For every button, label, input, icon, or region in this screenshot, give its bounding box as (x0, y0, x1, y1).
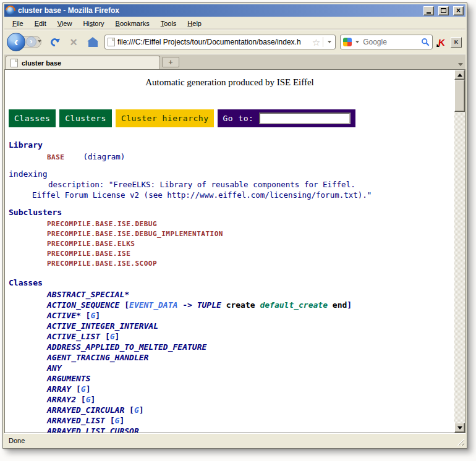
menu-item-text: V (57, 20, 62, 27)
class-link[interactable]: TUPLE (197, 300, 221, 310)
class-entry: ARGUMENTS (9, 373, 454, 384)
scroll-up-icon (457, 74, 462, 77)
menu-item-view[interactable]: View (52, 18, 78, 29)
punctuation: ] (119, 416, 124, 425)
scroll-down-button[interactable] (454, 423, 465, 433)
minimize-button[interactable] (423, 6, 434, 15)
menu-item-file[interactable]: File (7, 18, 29, 29)
vertical-scrollbar[interactable] (454, 70, 465, 433)
new-tab-button[interactable]: + (162, 57, 179, 67)
status-bar: Done (4, 433, 465, 447)
class-link[interactable]: ACTION_SEQUENCE (47, 300, 119, 310)
diagram-link[interactable]: (diagram) (83, 152, 125, 161)
class-link[interactable]: ABSTRACT_SPECIAL* (47, 290, 129, 299)
class-link[interactable]: ARRAYED_CIRCULAR (47, 405, 124, 415)
class-link[interactable]: ANY (47, 363, 61, 373)
tab-list-dropdown-icon[interactable] (458, 63, 463, 66)
class-entry: AGENT_TRACING_HANDLER (9, 352, 454, 363)
status-text: Done (9, 437, 25, 444)
menu-item-help[interactable]: Help (182, 18, 207, 29)
scrollbar-track[interactable] (454, 112, 465, 423)
class-entry: ACTIVE_INTEGER_INTERVAL (9, 321, 454, 331)
search-box[interactable] (340, 35, 433, 49)
tab-label: cluster base (22, 59, 61, 67)
classes-button[interactable]: Classes (9, 109, 56, 127)
menu-item-tools[interactable]: Tools (155, 18, 182, 29)
punctuation: ] (347, 300, 352, 310)
reload-icon (49, 36, 60, 48)
k-extension-button[interactable]: K (451, 37, 462, 48)
menu-item-edit[interactable]: Edit (29, 18, 52, 29)
resize-grip[interactable] (456, 438, 464, 446)
library-link[interactable]: BASE (47, 153, 65, 161)
class-link[interactable]: ARRAY (47, 384, 71, 394)
scroll-down-icon (457, 426, 462, 429)
search-magnifier-icon[interactable] (421, 38, 430, 46)
generic-param-link[interactable]: G (81, 384, 86, 394)
class-entry: ARRAY2 [G] (9, 394, 454, 405)
window-title: cluster base - Mozilla Firefox (18, 6, 419, 15)
search-input[interactable] (363, 38, 419, 46)
subcluster-link[interactable]: PRECOMPILE.BASE.ISE.SCOOP (9, 259, 454, 269)
feature-link[interactable]: default_create (260, 300, 328, 310)
google-search-engine-icon[interactable] (343, 38, 352, 46)
class-link[interactable]: ARRAYED_LIST_CURSOR (47, 426, 139, 433)
back-button[interactable]: ‹ (7, 33, 25, 51)
clusters-button[interactable]: Clusters (59, 109, 112, 127)
class-entry: ARRAY [G] (9, 384, 454, 394)
menu-item-text: dit (39, 20, 46, 27)
class-link[interactable]: ACTIVE_LIST (47, 332, 100, 341)
library-heading: Library (9, 140, 454, 150)
menu-item-history[interactable]: History (77, 18, 109, 29)
class-link[interactable]: AGENT_TRACING_HANDLER (47, 353, 148, 362)
class-link[interactable]: ARGUMENTS (47, 374, 90, 383)
subcluster-link[interactable]: PRECOMPILE.BASE.ELKS (9, 239, 454, 249)
generic-param-link[interactable]: G (110, 332, 115, 341)
menu-item-text: B (116, 20, 120, 27)
class-entry: ARRAYED_LIST_CURSOR (9, 426, 454, 433)
bookmark-star-icon[interactable]: ☆ (312, 38, 320, 47)
generic-param-link[interactable]: G (134, 405, 139, 415)
close-button[interactable]: × (453, 6, 464, 15)
scroll-up-button[interactable] (454, 70, 465, 80)
reload-button[interactable] (47, 34, 62, 50)
goto-box: Go to: (218, 109, 355, 127)
title-bar[interactable]: cluster base - Mozilla Firefox × (4, 4, 465, 17)
goto-input[interactable] (259, 112, 351, 124)
class-entry: ADDRESS_APPLIED_TO_MELTED_FEATURE (9, 342, 454, 352)
subcluster-link[interactable]: PRECOMPILE.BASE.ISE (9, 249, 454, 259)
classes-list: ABSTRACT_SPECIAL*ACTION_SEQUENCE [EVENT_… (9, 289, 454, 433)
subclusters-list: PRECOMPILE.BASE.ISE.DEBUGPRECOMPILE.BASE… (9, 219, 454, 269)
punctuation: ] (95, 311, 100, 320)
maximize-button[interactable] (438, 6, 449, 15)
engine-dropdown-icon[interactable] (355, 41, 359, 43)
class-entry: ACTIVE_LIST [G] (9, 331, 454, 342)
subcluster-link[interactable]: PRECOMPILE.BASE.ISE.DEBUG (9, 219, 454, 229)
generic-param-link[interactable]: EVENT_DATA (129, 300, 177, 310)
tab-cluster-base[interactable]: cluster base (6, 56, 160, 69)
class-link[interactable]: ARRAYED_LIST (47, 416, 105, 425)
menu-item-bookmarks[interactable]: Bookmarks (110, 18, 155, 29)
class-link[interactable]: ARRAY2 (47, 395, 76, 404)
subclusters-heading: Subclusters (9, 208, 454, 217)
firefox-icon (6, 6, 15, 15)
stop-button[interactable]: × (66, 34, 81, 50)
url-input[interactable] (117, 38, 310, 46)
address-bar[interactable]: ☆ (104, 35, 336, 49)
kaspersky-icon[interactable]: K (436, 37, 447, 48)
menu-item-text: tory (93, 20, 104, 27)
document-body: Library BASE (diagram) indexing descript… (5, 140, 454, 433)
forward-button[interactable]: › (26, 36, 36, 47)
home-button[interactable] (85, 34, 100, 50)
url-dropdown-icon[interactable] (328, 41, 331, 43)
cluster-hierarchy-button[interactable]: Cluster hierarchy (116, 109, 215, 127)
class-link[interactable]: ACTIVE_INTEGER_INTERVAL (47, 321, 158, 331)
class-link[interactable]: ADDRESS_APPLIED_TO_MELTED_FEATURE (47, 342, 206, 352)
history-dropdown-icon[interactable] (38, 40, 41, 43)
scrollbar-thumb[interactable] (454, 80, 465, 112)
doc-toolbar: Classes Clusters Cluster hierarchy Go to… (9, 109, 454, 127)
subcluster-link[interactable]: PRECOMPILE.BASE.ISE.DEBUG_IMPLEMENTATION (9, 229, 454, 239)
punctuation: [ (76, 395, 86, 404)
class-link[interactable]: ACTIVE* (47, 311, 81, 320)
stop-icon: × (70, 36, 77, 48)
